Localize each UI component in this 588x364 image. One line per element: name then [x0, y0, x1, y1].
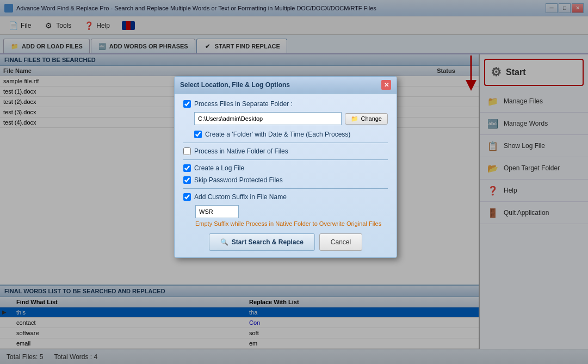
add-suffix-label: Add Custom Suffix in File Name — [194, 193, 287, 201]
native-folder-checkbox[interactable] — [183, 147, 191, 155]
select-location-dialog: Select Location, File & Log Options ✕ Pr… — [174, 76, 397, 258]
suffix-info-text: Empty Suffix while Process in Native Fol… — [195, 220, 388, 227]
dialog-close-button[interactable]: ✕ — [381, 80, 391, 90]
path-input[interactable] — [194, 112, 342, 125]
native-folder-row: Process in Native Folder of Files — [183, 147, 388, 155]
native-folder-label: Process in Native Folder of Files — [194, 147, 288, 155]
dialog-overlay: Select Location, File & Log Options ✕ Pr… — [0, 0, 588, 364]
search-icon: 🔍 — [220, 238, 228, 246]
create-folder-label: Create a 'Folder' with Date & Time (Each… — [205, 131, 350, 138]
process-separate-label: Process Files in Separate Folder : — [194, 100, 293, 108]
suffix-input[interactable] — [195, 205, 239, 218]
add-suffix-checkbox[interactable] — [183, 193, 191, 201]
change-button[interactable]: 📁 Change — [345, 113, 388, 125]
dialog-cancel-button[interactable]: Cancel — [319, 233, 362, 251]
create-folder-checkbox[interactable] — [194, 131, 202, 138]
process-separate-row: Process Files in Separate Folder : — [183, 100, 388, 108]
dialog-start-button[interactable]: 🔍 Start Search & Replace — [209, 233, 315, 251]
change-btn-label: Change — [361, 115, 382, 122]
create-log-checkbox[interactable] — [183, 164, 191, 172]
dialog-title-bar: Select Location, File & Log Options ✕ — [175, 77, 397, 94]
dialog-buttons: 🔍 Start Search & Replace Cancel — [183, 233, 388, 251]
dialog-body: Process Files in Separate Folder : 📁 Cha… — [175, 94, 397, 257]
dialog-cancel-label: Cancel — [331, 238, 351, 246]
folder-open-icon: 📁 — [351, 115, 358, 122]
path-row: 📁 Change — [194, 112, 388, 125]
dialog-start-label: Start Search & Replace — [232, 238, 304, 246]
create-log-row: Create a Log File — [183, 164, 388, 172]
skip-password-label: Skip Password Protected Files — [194, 176, 283, 184]
skip-password-row: Skip Password Protected Files — [183, 176, 388, 184]
skip-password-checkbox[interactable] — [183, 176, 191, 184]
add-suffix-row: Add Custom Suffix in File Name — [183, 193, 388, 201]
create-folder-row: Create a 'Folder' with Date & Time (Each… — [194, 131, 388, 138]
process-separate-checkbox[interactable] — [183, 100, 191, 108]
dialog-title-text: Select Location, File & Log Options — [180, 81, 290, 89]
suffix-input-row — [195, 205, 388, 218]
create-log-label: Create a Log File — [194, 164, 244, 172]
